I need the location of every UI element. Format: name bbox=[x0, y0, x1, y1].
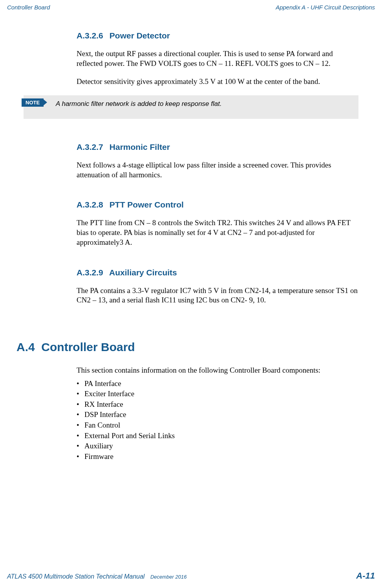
heading-number: A.3.2.9 bbox=[77, 268, 107, 277]
heading-number: A.3.2.6 bbox=[77, 31, 107, 40]
paragraph: Detector sensitivity gives approximately… bbox=[77, 77, 358, 87]
list-item: External Port and Serial Links bbox=[77, 431, 358, 441]
paragraph: The PA contains a 3.3-V regulator IC7 wi… bbox=[77, 286, 358, 305]
footer-manual-title: ATLAS 4500 Multimode Station Technical M… bbox=[7, 573, 144, 580]
heading-title: Harmonic Filter bbox=[110, 142, 170, 151]
footer-date: December 2016 bbox=[150, 574, 187, 580]
list-item: PA Interface bbox=[77, 379, 358, 389]
paragraph: This section contains information on the… bbox=[77, 366, 358, 375]
page-footer: ATLAS 4500 Multimode Station Technical M… bbox=[7, 571, 375, 581]
heading-title: Auxiliary Circuits bbox=[109, 268, 177, 277]
list-item: Firmware bbox=[77, 451, 358, 462]
heading-title: PTT Power Control bbox=[110, 200, 184, 209]
list-item: DSP Interface bbox=[77, 410, 358, 420]
list-item: RX Interface bbox=[77, 399, 358, 410]
note-badge: NOTE bbox=[22, 98, 44, 107]
paragraph: The PTT line from CN – 8 controls the Sw… bbox=[77, 218, 358, 247]
list-item: Exciter Interface bbox=[77, 389, 358, 399]
paragraph: Next follows a 4-stage elliptical low pa… bbox=[77, 160, 358, 180]
header-right: Appendix A - UHF Circuit Descriptions bbox=[276, 4, 375, 11]
paragraph: Next, the output RF passes a directional… bbox=[77, 49, 358, 68]
header-left: Controller Board bbox=[7, 4, 50, 11]
list-item: Fan Control bbox=[77, 420, 358, 431]
heading-controller-board: A.4 Controller Board bbox=[16, 340, 358, 354]
page-header: Controller Board Appendix A - UHF Circui… bbox=[0, 0, 382, 11]
heading-harmonic-filter: A.3.2.7 Harmonic Filter bbox=[77, 142, 358, 152]
footer-page-number: A-11 bbox=[356, 571, 375, 581]
heading-ptt-power-control: A.3.2.8 PTT Power Control bbox=[77, 200, 358, 209]
note-text: A harmonic filter network is added to ke… bbox=[56, 100, 351, 108]
list-item: Auxiliary bbox=[77, 441, 358, 451]
page-content: A.3.2.6 Power Detector Next, the output … bbox=[0, 31, 382, 462]
heading-number: A.3.2.7 bbox=[77, 142, 107, 152]
note-callout: NOTE A harmonic filter network is added … bbox=[24, 95, 358, 119]
note-arrow-icon bbox=[42, 98, 47, 106]
heading-power-detector: A.3.2.6 Power Detector bbox=[77, 31, 358, 40]
component-list: PA Interface Exciter Interface RX Interf… bbox=[77, 379, 358, 462]
footer-left-group: ATLAS 4500 Multimode Station Technical M… bbox=[7, 573, 186, 580]
chapter-number: A.4 bbox=[16, 340, 38, 354]
heading-auxiliary-circuits: A.3.2.9 Auxiliary Circuits bbox=[77, 268, 358, 277]
heading-number: A.3.2.8 bbox=[77, 200, 107, 209]
heading-title: Power Detector bbox=[110, 31, 170, 40]
chapter-title: Controller Board bbox=[41, 340, 135, 353]
